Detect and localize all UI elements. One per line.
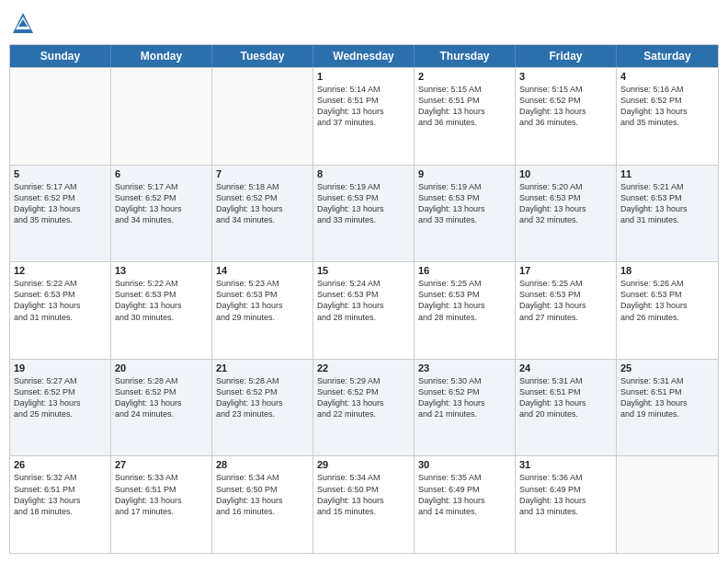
calendar-cell-empty-0-2: [212, 68, 313, 165]
day-number: 30: [418, 459, 511, 470]
day-number: 4: [620, 71, 714, 82]
header-day-sunday: Sunday: [10, 45, 111, 67]
cell-info: Sunrise: 5:31 AM Sunset: 6:51 PM Dayligh…: [519, 375, 612, 420]
calendar-cell-14: 14Sunrise: 5:23 AM Sunset: 6:53 PM Dayli…: [212, 262, 313, 359]
calendar-cell-5: 5Sunrise: 5:17 AM Sunset: 6:52 PM Daylig…: [10, 166, 111, 262]
calendar-cell-19: 19Sunrise: 5:27 AM Sunset: 6:52 PM Dayli…: [10, 360, 111, 456]
cell-info: Sunrise: 5:35 AM Sunset: 6:49 PM Dayligh…: [418, 472, 511, 517]
calendar-header-row: SundayMondayTuesdayWednesdayThursdayFrid…: [10, 45, 718, 67]
calendar-cell-11: 11Sunrise: 5:21 AM Sunset: 6:53 PM Dayli…: [617, 166, 718, 262]
calendar-cell-22: 22Sunrise: 5:29 AM Sunset: 6:52 PM Dayli…: [313, 360, 415, 456]
header-day-saturday: Saturday: [617, 45, 718, 67]
calendar: SundayMondayTuesdayWednesdayThursdayFrid…: [9, 44, 719, 554]
day-number: 25: [620, 362, 714, 373]
calendar-cell-empty-0-1: [111, 68, 212, 165]
cell-info: Sunrise: 5:22 AM Sunset: 6:53 PM Dayligh…: [115, 278, 208, 323]
calendar-cell-empty-4-6: [617, 456, 718, 553]
calendar-cell-31: 31Sunrise: 5:36 AM Sunset: 6:49 PM Dayli…: [516, 456, 617, 553]
calendar-cell-9: 9Sunrise: 5:19 AM Sunset: 6:53 PM Daylig…: [415, 166, 516, 262]
cell-info: Sunrise: 5:21 AM Sunset: 6:53 PM Dayligh…: [620, 181, 714, 226]
calendar-cell-1: 1Sunrise: 5:14 AM Sunset: 6:51 PM Daylig…: [313, 68, 415, 165]
cell-info: Sunrise: 5:23 AM Sunset: 6:53 PM Dayligh…: [216, 278, 309, 323]
header-day-friday: Friday: [516, 45, 617, 67]
cell-info: Sunrise: 5:36 AM Sunset: 6:49 PM Dayligh…: [519, 472, 612, 517]
calendar-cell-8: 8Sunrise: 5:19 AM Sunset: 6:53 PM Daylig…: [313, 166, 415, 262]
cell-info: Sunrise: 5:27 AM Sunset: 6:52 PM Dayligh…: [14, 375, 107, 420]
day-number: 2: [418, 71, 511, 82]
cell-info: Sunrise: 5:15 AM Sunset: 6:51 PM Dayligh…: [418, 84, 511, 129]
header-day-thursday: Thursday: [415, 45, 516, 67]
day-number: 10: [519, 168, 612, 179]
day-number: 28: [216, 459, 309, 470]
header: [9, 9, 719, 37]
calendar-row-0: 1Sunrise: 5:14 AM Sunset: 6:51 PM Daylig…: [10, 67, 718, 165]
cell-info: Sunrise: 5:26 AM Sunset: 6:53 PM Dayligh…: [620, 278, 714, 323]
cell-info: Sunrise: 5:29 AM Sunset: 6:52 PM Dayligh…: [317, 375, 410, 420]
cell-info: Sunrise: 5:20 AM Sunset: 6:53 PM Dayligh…: [519, 181, 612, 226]
cell-info: Sunrise: 5:31 AM Sunset: 6:51 PM Dayligh…: [620, 375, 714, 420]
calendar-cell-12: 12Sunrise: 5:22 AM Sunset: 6:53 PM Dayli…: [10, 262, 111, 359]
day-number: 7: [216, 168, 309, 179]
cell-info: Sunrise: 5:25 AM Sunset: 6:53 PM Dayligh…: [418, 278, 511, 323]
day-number: 24: [519, 362, 612, 373]
day-number: 16: [418, 265, 511, 276]
calendar-cell-3: 3Sunrise: 5:15 AM Sunset: 6:52 PM Daylig…: [516, 68, 617, 165]
day-number: 27: [115, 459, 208, 470]
logo: [9, 9, 40, 37]
cell-info: Sunrise: 5:30 AM Sunset: 6:52 PM Dayligh…: [418, 375, 511, 420]
day-number: 17: [519, 265, 612, 276]
cell-info: Sunrise: 5:33 AM Sunset: 6:51 PM Dayligh…: [115, 472, 208, 517]
day-number: 26: [14, 459, 107, 470]
cell-info: Sunrise: 5:15 AM Sunset: 6:52 PM Dayligh…: [519, 84, 612, 129]
day-number: 6: [115, 168, 208, 179]
calendar-row-3: 19Sunrise: 5:27 AM Sunset: 6:52 PM Dayli…: [10, 359, 718, 456]
day-number: 19: [14, 362, 107, 373]
day-number: 29: [317, 459, 410, 470]
day-number: 3: [519, 71, 612, 82]
calendar-cell-7: 7Sunrise: 5:18 AM Sunset: 6:52 PM Daylig…: [212, 166, 313, 262]
day-number: 22: [317, 362, 410, 373]
cell-info: Sunrise: 5:16 AM Sunset: 6:52 PM Dayligh…: [620, 84, 714, 129]
calendar-body: 1Sunrise: 5:14 AM Sunset: 6:51 PM Daylig…: [10, 67, 718, 553]
calendar-cell-23: 23Sunrise: 5:30 AM Sunset: 6:52 PM Dayli…: [415, 360, 516, 456]
day-number: 13: [115, 265, 208, 276]
calendar-row-4: 26Sunrise: 5:32 AM Sunset: 6:51 PM Dayli…: [10, 455, 718, 553]
day-number: 23: [418, 362, 511, 373]
calendar-cell-16: 16Sunrise: 5:25 AM Sunset: 6:53 PM Dayli…: [415, 262, 516, 359]
day-number: 21: [216, 362, 309, 373]
calendar-cell-29: 29Sunrise: 5:34 AM Sunset: 6:50 PM Dayli…: [313, 456, 415, 553]
calendar-cell-26: 26Sunrise: 5:32 AM Sunset: 6:51 PM Dayli…: [10, 456, 111, 553]
calendar-row-2: 12Sunrise: 5:22 AM Sunset: 6:53 PM Dayli…: [10, 261, 718, 359]
day-number: 8: [317, 168, 410, 179]
day-number: 11: [620, 168, 714, 179]
header-day-tuesday: Tuesday: [212, 45, 313, 67]
cell-info: Sunrise: 5:32 AM Sunset: 6:51 PM Dayligh…: [14, 472, 107, 517]
cell-info: Sunrise: 5:19 AM Sunset: 6:53 PM Dayligh…: [418, 181, 511, 226]
calendar-cell-28: 28Sunrise: 5:34 AM Sunset: 6:50 PM Dayli…: [212, 456, 313, 553]
calendar-cell-2: 2Sunrise: 5:15 AM Sunset: 6:51 PM Daylig…: [415, 68, 516, 165]
day-number: 5: [14, 168, 107, 179]
cell-info: Sunrise: 5:14 AM Sunset: 6:51 PM Dayligh…: [317, 84, 410, 129]
calendar-row-1: 5Sunrise: 5:17 AM Sunset: 6:52 PM Daylig…: [10, 165, 718, 262]
calendar-cell-13: 13Sunrise: 5:22 AM Sunset: 6:53 PM Dayli…: [111, 262, 212, 359]
day-number: 1: [317, 71, 410, 82]
cell-info: Sunrise: 5:25 AM Sunset: 6:53 PM Dayligh…: [519, 278, 612, 323]
calendar-cell-6: 6Sunrise: 5:17 AM Sunset: 6:52 PM Daylig…: [111, 166, 212, 262]
calendar-cell-empty-0-0: [10, 68, 111, 165]
calendar-cell-27: 27Sunrise: 5:33 AM Sunset: 6:51 PM Dayli…: [111, 456, 212, 553]
calendar-cell-20: 20Sunrise: 5:28 AM Sunset: 6:52 PM Dayli…: [111, 360, 212, 456]
cell-info: Sunrise: 5:28 AM Sunset: 6:52 PM Dayligh…: [216, 375, 309, 420]
header-day-wednesday: Wednesday: [313, 45, 415, 67]
cell-info: Sunrise: 5:17 AM Sunset: 6:52 PM Dayligh…: [14, 181, 107, 226]
calendar-cell-17: 17Sunrise: 5:25 AM Sunset: 6:53 PM Dayli…: [516, 262, 617, 359]
calendar-cell-25: 25Sunrise: 5:31 AM Sunset: 6:51 PM Dayli…: [617, 360, 718, 456]
cell-info: Sunrise: 5:34 AM Sunset: 6:50 PM Dayligh…: [216, 472, 309, 517]
calendar-cell-24: 24Sunrise: 5:31 AM Sunset: 6:51 PM Dayli…: [516, 360, 617, 456]
cell-info: Sunrise: 5:28 AM Sunset: 6:52 PM Dayligh…: [115, 375, 208, 420]
day-number: 31: [519, 459, 612, 470]
day-number: 9: [418, 168, 511, 179]
cell-info: Sunrise: 5:22 AM Sunset: 6:53 PM Dayligh…: [14, 278, 107, 323]
page: SundayMondayTuesdayWednesdayThursdayFrid…: [0, 0, 728, 563]
cell-info: Sunrise: 5:18 AM Sunset: 6:52 PM Dayligh…: [216, 181, 309, 226]
calendar-cell-4: 4Sunrise: 5:16 AM Sunset: 6:52 PM Daylig…: [617, 68, 718, 165]
